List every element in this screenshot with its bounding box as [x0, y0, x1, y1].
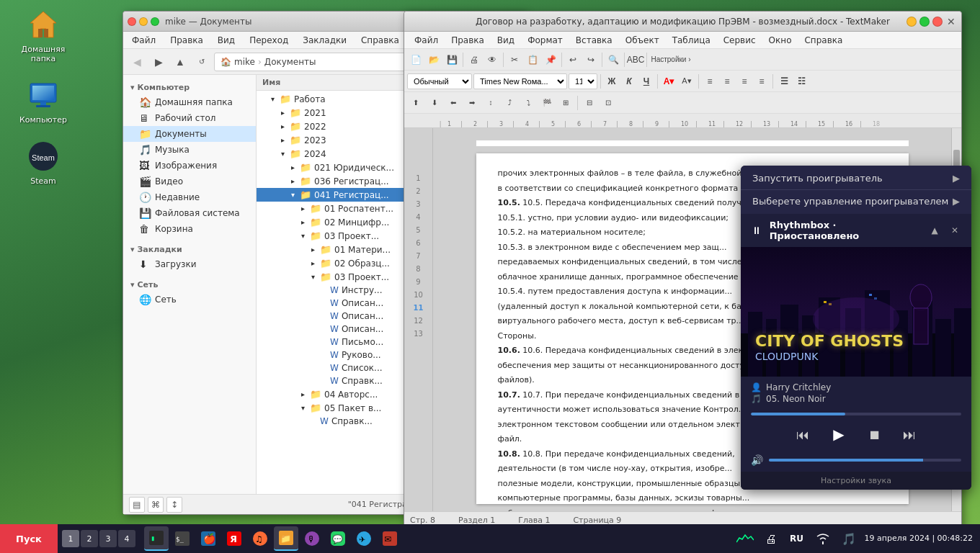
reload-button[interactable]: ↺ — [192, 53, 211, 71]
tb-justify[interactable]: ≡ — [754, 73, 770, 89]
play-pause-button[interactable]: ▶ — [826, 421, 852, 447]
fm-menu-bookmarks[interactable]: Закладки — [300, 34, 349, 47]
sidebar-header-computer[interactable]: ▾ Компьютер — [123, 81, 256, 94]
tb-highlight[interactable]: A▾ — [678, 73, 695, 90]
tb3-4[interactable]: ➡ — [463, 94, 481, 112]
workspace-2[interactable]: 2 — [81, 530, 98, 547]
tm-menu-service[interactable]: Сервис — [718, 34, 762, 47]
statusbar-btn-3[interactable]: ↕ — [166, 497, 182, 513]
desktop-icon-home[interactable]: Домашняя папка — [14, 7, 72, 63]
start-button[interactable]: Пуск — [0, 524, 58, 553]
taskbar-app-terminal2[interactable]: $_ — [170, 526, 195, 551]
taskbar-app-whatsapp[interactable]: 💬 — [326, 526, 350, 551]
tb-copy[interactable]: 📋 — [524, 51, 541, 68]
tb-save[interactable]: 💾 — [443, 51, 460, 68]
tm-close-button[interactable] — [932, 17, 943, 27]
tb3-2[interactable]: ⬇ — [426, 94, 443, 112]
tb3-5[interactable]: ↕ — [482, 94, 499, 112]
tm-menu-edit[interactable]: Правка — [445, 34, 490, 47]
sidebar-item-trash[interactable]: 🗑 Корзина — [123, 221, 256, 237]
mp-chevron-up[interactable]: ▲ — [927, 222, 943, 238]
sidebar-item-recent[interactable]: 🕐 Недавние — [123, 189, 256, 205]
tb-underline[interactable]: Ч — [638, 73, 654, 89]
tb-italic[interactable]: К — [621, 73, 637, 89]
taskbar-app-yandex[interactable]: Я — [222, 526, 246, 551]
tb-open[interactable]: 📂 — [425, 51, 442, 68]
up-button[interactable]: ▲ — [171, 53, 190, 71]
tm-menu-help[interactable]: Справка — [798, 34, 848, 47]
tb-cut[interactable]: ✂ — [506, 51, 523, 68]
style-selector[interactable]: Обычный — [407, 73, 472, 89]
tm-menu-file[interactable]: Файл — [409, 34, 444, 47]
tm-menu-view[interactable]: Вид — [491, 34, 520, 47]
tb-preview[interactable]: 👁 — [484, 51, 501, 68]
tm-minimize-button[interactable] — [906, 17, 917, 27]
tb-numlist[interactable]: ☷ — [793, 73, 809, 89]
sidebar-item-images[interactable]: 🖼 Изображения — [123, 158, 256, 174]
desktop-icon-computer[interactable]: Компьютер — [14, 78, 72, 125]
taskbar-app-files[interactable]: 📁 — [274, 526, 298, 551]
taskbar-app-terminal[interactable]: ▮ — [144, 526, 169, 551]
tb-bold[interactable]: Ж — [604, 73, 620, 89]
sidebar-item-desktop[interactable]: 🖥 Рабочий стол — [123, 110, 256, 126]
taskbar-app-podcast[interactable]: 🎙 — [300, 526, 324, 551]
workspace-1[interactable]: 1 — [62, 530, 79, 547]
volume-bar[interactable] — [769, 459, 961, 462]
taskbar-app-mail[interactable]: ✉ — [378, 526, 402, 551]
network-icon[interactable] — [813, 529, 833, 549]
tb-redo[interactable]: ↪ — [582, 51, 600, 68]
prev-track-button[interactable]: ⏮ — [791, 423, 814, 446]
tm-maximize-button[interactable] — [919, 17, 930, 27]
taskbar-app-telegram[interactable]: ✈ — [352, 526, 376, 551]
mp-control[interactable]: Выберете управление проигрывателем ▶ — [741, 190, 971, 212]
sidebar-item-filesystem[interactable]: 💾 Файловая система — [123, 205, 256, 221]
sidebar-item-network[interactable]: 🌐 Сеть — [123, 292, 256, 307]
sidebar-item-home[interactable]: 🏠 Домашняя папка — [123, 94, 256, 110]
desktop-icon-steam[interactable]: Steam Steam — [14, 139, 72, 186]
tb-align-left[interactable]: ≡ — [702, 73, 718, 89]
font-size-selector[interactable]: 11 — [569, 73, 597, 89]
tb3-frame[interactable]: ⊡ — [600, 94, 617, 112]
forward-button[interactable]: ▶ — [149, 53, 168, 71]
tb3-6[interactable]: ⤴ — [501, 94, 518, 112]
tb-align-right[interactable]: ≡ — [736, 73, 752, 89]
tb3-9[interactable]: ⊞ — [557, 94, 574, 112]
tm-menu-object[interactable]: Объект — [620, 34, 665, 47]
tb-align-center[interactable]: ≡ — [719, 73, 735, 89]
font-selector[interactable]: Times New Rома... — [473, 73, 567, 89]
mp-close-btn[interactable]: ✕ — [947, 222, 963, 238]
sidebar-item-video[interactable]: 🎬 Видео — [123, 174, 256, 189]
music-footer[interactable]: Настройки звука — [741, 472, 971, 490]
music-note-icon[interactable]: 🎵 — [839, 529, 859, 549]
close-button[interactable] — [128, 17, 136, 26]
tb-settings[interactable]: Настройки › — [649, 51, 692, 68]
tb-spellcheck[interactable]: ABC — [627, 51, 644, 68]
workspace-4[interactable]: 4 — [118, 530, 135, 547]
statusbar-btn-1[interactable]: ▤ — [129, 497, 145, 513]
tb3-table[interactable]: ⊟ — [581, 94, 598, 112]
sidebar-header-bookmarks[interactable]: ▾ Закладки — [123, 243, 256, 256]
fm-menu-view[interactable]: Вид — [215, 34, 238, 47]
tm-menu-insert[interactable]: Вставка — [570, 34, 618, 47]
maximize-button[interactable] — [151, 17, 159, 26]
minimize-button[interactable] — [139, 17, 148, 26]
tm-menu-window[interactable]: Окно — [763, 34, 798, 47]
sidebar-item-downloads[interactable]: ⬇ Загрузки — [123, 256, 256, 272]
tm-menu-table[interactable]: Таблица — [667, 34, 716, 47]
statusbar-btn-2[interactable]: ⌘ — [148, 497, 164, 513]
fm-menu-edit[interactable]: Правка — [167, 34, 206, 47]
activity-monitor-icon[interactable] — [735, 529, 755, 549]
fm-menu-go[interactable]: Переход — [246, 34, 291, 47]
tm-close-x-button[interactable]: ✕ — [945, 16, 957, 27]
sidebar-header-network[interactable]: ▾ Сеть — [123, 278, 256, 292]
tb3-7[interactable]: ⤵ — [520, 94, 537, 112]
tb3-3[interactable]: ⬅ — [445, 94, 462, 112]
taskbar-app-finder[interactable]: 🍎 — [196, 526, 220, 551]
tb-list[interactable]: ☰ — [776, 73, 792, 89]
tb-undo[interactable]: ↩ — [564, 51, 582, 68]
back-button[interactable]: ◀ — [128, 53, 146, 71]
workspace-3[interactable]: 3 — [99, 530, 117, 547]
tb3-8[interactable]: 🏁 — [538, 94, 556, 112]
mp-launch[interactable]: Запустить проигрыватель ▶ — [741, 167, 971, 189]
tb3-1[interactable]: ⬆ — [407, 94, 424, 112]
